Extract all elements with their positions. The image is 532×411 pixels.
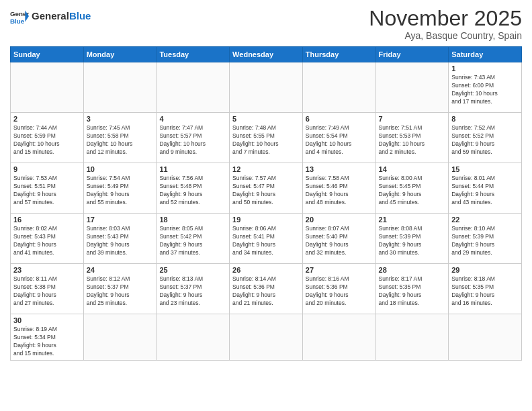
calendar-row: 2Sunrise: 7:44 AM Sunset: 5:59 PM Daylig…: [11, 113, 522, 163]
day-number: 17: [87, 216, 154, 224]
day-info: Sunrise: 8:05 AM Sunset: 5:42 PM Dayligh…: [159, 225, 226, 257]
table-row: [302, 62, 375, 113]
subtitle: Aya, Basque Country, Spain: [369, 30, 522, 41]
col-thursday: Thursday: [302, 47, 375, 62]
day-info: Sunrise: 8:16 AM Sunset: 5:36 PM Dayligh…: [306, 275, 373, 308]
table-row: [11, 62, 84, 113]
table-row: 27Sunrise: 8:16 AM Sunset: 5:36 PM Dayli…: [302, 264, 375, 314]
day-number: 23: [13, 266, 81, 274]
day-info: Sunrise: 8:11 AM Sunset: 5:38 PM Dayligh…: [13, 275, 81, 308]
day-info: Sunrise: 8:19 AM Sunset: 5:34 PM Dayligh…: [13, 326, 81, 358]
day-info: Sunrise: 8:03 AM Sunset: 5:43 PM Dayligh…: [87, 225, 154, 257]
table-row: 26Sunrise: 8:14 AM Sunset: 5:36 PM Dayli…: [230, 264, 303, 314]
calendar-row: 1Sunrise: 7:43 AM Sunset: 6:00 PM Daylig…: [11, 62, 522, 113]
day-number: 14: [379, 165, 446, 173]
day-number: 20: [306, 216, 373, 224]
month-title: November 2025: [369, 7, 522, 30]
day-number: 18: [159, 216, 226, 224]
day-info: Sunrise: 7:53 AM Sunset: 5:51 PM Dayligh…: [13, 175, 81, 207]
day-number: 27: [306, 266, 373, 274]
table-row: 29Sunrise: 8:18 AM Sunset: 5:35 PM Dayli…: [449, 264, 522, 314]
table-row: 30Sunrise: 8:19 AM Sunset: 5:34 PM Dayli…: [11, 314, 84, 361]
table-row: 4Sunrise: 7:47 AM Sunset: 5:57 PM Daylig…: [157, 113, 230, 163]
table-row: [83, 62, 157, 113]
table-row: [449, 314, 522, 361]
day-number: 22: [451, 216, 519, 224]
logo-icon: General Blue: [10, 7, 29, 26]
table-row: 23Sunrise: 8:11 AM Sunset: 5:38 PM Dayli…: [11, 264, 84, 314]
calendar-row: 30Sunrise: 8:19 AM Sunset: 5:34 PM Dayli…: [11, 314, 522, 361]
day-number: 26: [232, 266, 300, 274]
table-row: 14Sunrise: 8:00 AM Sunset: 5:45 PM Dayli…: [375, 163, 449, 214]
day-number: 13: [306, 165, 373, 173]
logo-general: General: [32, 10, 69, 21]
day-info: Sunrise: 8:10 AM Sunset: 5:39 PM Dayligh…: [451, 225, 519, 257]
logo-blue: Blue: [69, 10, 91, 21]
day-number: 21: [379, 216, 446, 224]
table-row: 2Sunrise: 7:44 AM Sunset: 5:59 PM Daylig…: [11, 113, 84, 163]
calendar-header-row: Sunday Monday Tuesday Wednesday Thursday…: [11, 47, 522, 62]
calendar-row: 9Sunrise: 7:53 AM Sunset: 5:51 PM Daylig…: [11, 163, 522, 214]
table-row: 10Sunrise: 7:54 AM Sunset: 5:49 PM Dayli…: [83, 163, 157, 214]
table-row: 28Sunrise: 8:17 AM Sunset: 5:35 PM Dayli…: [375, 264, 449, 314]
day-number: 2: [13, 115, 81, 123]
day-number: 30: [13, 316, 81, 324]
table-row: 24Sunrise: 8:12 AM Sunset: 5:37 PM Dayli…: [83, 264, 157, 314]
day-info: Sunrise: 8:18 AM Sunset: 5:35 PM Dayligh…: [451, 275, 519, 308]
table-row: 21Sunrise: 8:08 AM Sunset: 5:39 PM Dayli…: [375, 214, 449, 264]
table-row: 9Sunrise: 7:53 AM Sunset: 5:51 PM Daylig…: [11, 163, 84, 214]
day-number: 8: [451, 115, 519, 123]
day-number: 3: [87, 115, 154, 123]
table-row: 7Sunrise: 7:51 AM Sunset: 5:53 PM Daylig…: [375, 113, 449, 163]
table-row: 18Sunrise: 8:05 AM Sunset: 5:42 PM Dayli…: [157, 214, 230, 264]
day-info: Sunrise: 7:49 AM Sunset: 5:54 PM Dayligh…: [306, 124, 373, 156]
col-wednesday: Wednesday: [230, 47, 303, 62]
day-info: Sunrise: 8:07 AM Sunset: 5:40 PM Dayligh…: [306, 225, 373, 257]
day-number: 10: [87, 165, 154, 173]
day-number: 5: [232, 115, 300, 123]
day-number: 15: [451, 165, 519, 173]
col-monday: Monday: [83, 47, 157, 62]
table-row: [157, 62, 230, 113]
table-row: [83, 314, 157, 361]
day-info: Sunrise: 7:48 AM Sunset: 5:55 PM Dayligh…: [232, 124, 300, 156]
table-row: 25Sunrise: 8:13 AM Sunset: 5:37 PM Dayli…: [157, 264, 230, 314]
calendar-row: 16Sunrise: 8:02 AM Sunset: 5:43 PM Dayli…: [11, 214, 522, 264]
day-number: 9: [13, 165, 81, 173]
day-info: Sunrise: 7:58 AM Sunset: 5:46 PM Dayligh…: [306, 175, 373, 207]
table-row: [375, 62, 449, 113]
day-info: Sunrise: 7:56 AM Sunset: 5:48 PM Dayligh…: [159, 175, 226, 207]
table-row: 6Sunrise: 7:49 AM Sunset: 5:54 PM Daylig…: [302, 113, 375, 163]
day-number: 1: [451, 64, 519, 73]
table-row: 22Sunrise: 8:10 AM Sunset: 5:39 PM Dayli…: [449, 214, 522, 264]
day-info: Sunrise: 8:06 AM Sunset: 5:41 PM Dayligh…: [232, 225, 300, 257]
day-number: 4: [159, 115, 226, 123]
day-number: 24: [87, 266, 154, 274]
logo: General Blue GeneralBlue: [10, 7, 91, 26]
day-info: Sunrise: 7:44 AM Sunset: 5:59 PM Dayligh…: [13, 124, 81, 156]
day-number: 12: [232, 165, 300, 173]
day-info: Sunrise: 7:54 AM Sunset: 5:49 PM Dayligh…: [87, 175, 154, 207]
day-info: Sunrise: 8:02 AM Sunset: 5:43 PM Dayligh…: [13, 225, 81, 257]
table-row: 17Sunrise: 8:03 AM Sunset: 5:43 PM Dayli…: [83, 214, 157, 264]
day-info: Sunrise: 8:00 AM Sunset: 5:45 PM Dayligh…: [379, 175, 446, 207]
day-info: Sunrise: 8:08 AM Sunset: 5:39 PM Dayligh…: [379, 225, 446, 257]
day-info: Sunrise: 7:45 AM Sunset: 5:58 PM Dayligh…: [87, 124, 154, 156]
day-info: Sunrise: 8:14 AM Sunset: 5:36 PM Dayligh…: [232, 275, 300, 308]
table-row: 13Sunrise: 7:58 AM Sunset: 5:46 PM Dayli…: [302, 163, 375, 214]
table-row: 12Sunrise: 7:57 AM Sunset: 5:47 PM Dayli…: [230, 163, 303, 214]
day-number: 19: [232, 216, 300, 224]
table-row: 5Sunrise: 7:48 AM Sunset: 5:55 PM Daylig…: [230, 113, 303, 163]
table-row: 8Sunrise: 7:52 AM Sunset: 5:52 PM Daylig…: [449, 113, 522, 163]
day-number: 25: [159, 266, 226, 274]
day-info: Sunrise: 7:51 AM Sunset: 5:53 PM Dayligh…: [379, 124, 446, 156]
col-tuesday: Tuesday: [157, 47, 230, 62]
table-row: [302, 314, 375, 361]
day-info: Sunrise: 8:12 AM Sunset: 5:37 PM Dayligh…: [87, 275, 154, 308]
col-saturday: Saturday: [449, 47, 522, 62]
table-row: 3Sunrise: 7:45 AM Sunset: 5:58 PM Daylig…: [83, 113, 157, 163]
col-friday: Friday: [375, 47, 449, 62]
table-row: [230, 314, 303, 361]
day-info: Sunrise: 7:57 AM Sunset: 5:47 PM Dayligh…: [232, 175, 300, 207]
day-info: Sunrise: 8:17 AM Sunset: 5:35 PM Dayligh…: [379, 275, 446, 308]
